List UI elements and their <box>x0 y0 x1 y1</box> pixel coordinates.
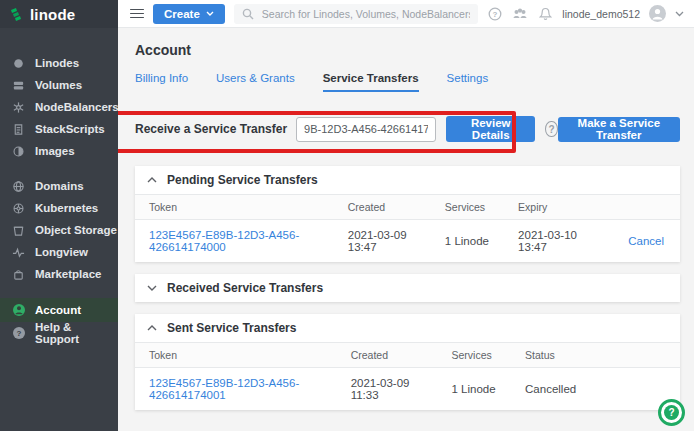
make-service-transfer-button[interactable]: Make a Service Transfer <box>558 117 680 142</box>
review-details-button[interactable]: Review Details <box>446 116 535 142</box>
chevron-up-icon <box>147 325 157 331</box>
column-header-created: Created <box>337 343 438 368</box>
sidebar-nav: Linodes Volumes NodeBalancers <box>0 52 118 344</box>
status-cell: Cancelled <box>511 368 680 411</box>
sidebar-item-label: Object Storage <box>35 224 117 236</box>
create-button-label: Create <box>164 8 200 20</box>
sent-transfers-table: Token Created Services Status 123E4567-E… <box>135 342 680 410</box>
sidebar-item-linodes[interactable]: Linodes <box>0 52 118 74</box>
sidebar-item-label: Account <box>35 304 81 316</box>
tab-settings[interactable]: Settings <box>447 72 489 92</box>
community-icon[interactable] <box>512 6 528 22</box>
linode-logo[interactable]: linode <box>0 0 118 28</box>
sidebar-item-marketplace[interactable]: Marketplace <box>0 263 118 285</box>
chat-bubble-icon: ? <box>664 405 679 420</box>
tab-service-transfers[interactable]: Service Transfers <box>323 72 419 92</box>
sidebar-item-stackscripts[interactable]: StackScripts <box>0 118 118 140</box>
pending-transfers-card: Pending Service Transfers Token Created … <box>135 166 680 262</box>
support-chat-button[interactable]: ? <box>658 399 685 426</box>
disc-icon <box>11 144 26 159</box>
svg-text:?: ? <box>493 10 498 19</box>
expiry-cell: 2021-03-10 13:47 <box>504 220 614 263</box>
pulse-icon <box>11 245 26 260</box>
tabs: Billing Info Users & Grants Service Tran… <box>135 72 680 92</box>
column-header-services: Services <box>437 343 511 368</box>
avatar[interactable] <box>649 5 666 22</box>
column-header-action <box>614 195 680 220</box>
sidebar-item-longview[interactable]: Longview <box>0 241 118 263</box>
table-row: 123E4567-E89B-12D3-A456-426614174001 202… <box>135 368 680 411</box>
cube-icon <box>11 56 26 71</box>
linode-cloud-manager: linode Linodes Volumes NodeBal <box>0 0 694 431</box>
chevron-down-icon[interactable] <box>675 11 684 17</box>
username[interactable]: linode_demo512 <box>562 8 640 20</box>
tab-billing-info[interactable]: Billing Info <box>135 72 188 92</box>
pending-transfers-table: Token Created Services Expiry 123E4567-E… <box>135 194 680 262</box>
token-link[interactable]: 123E4567-E89B-12D3-A456-426614174000 <box>149 229 299 253</box>
search-box[interactable] <box>234 4 479 24</box>
sidebar-item-object-storage[interactable]: Object Storage <box>0 219 118 241</box>
sidebar-divider <box>0 285 118 298</box>
transfer-token-input[interactable] <box>296 117 436 142</box>
sidebar-item-nodebalancers[interactable]: NodeBalancers <box>0 96 118 118</box>
sidebar-divider <box>0 162 118 175</box>
notifications-bell-icon[interactable] <box>537 6 553 22</box>
hamburger-menu-icon[interactable] <box>130 9 144 19</box>
sidebar-item-label: Domains <box>35 180 84 192</box>
bucket-icon <box>11 223 26 238</box>
sidebar-item-label: Help & Support <box>35 321 118 345</box>
sidebar-item-label: StackScripts <box>35 123 105 135</box>
linode-logo-text: linode <box>30 6 75 23</box>
help-icon[interactable]: ? <box>487 6 503 22</box>
chevron-down-icon <box>206 11 214 16</box>
column-header-expiry: Expiry <box>504 195 614 220</box>
search-input[interactable] <box>262 8 471 20</box>
sidebar-item-account[interactable]: Account <box>0 298 118 322</box>
sidebar-item-label: Longview <box>35 246 88 258</box>
page-title: Account <box>135 42 680 58</box>
received-transfers-header[interactable]: Received Service Transfers <box>135 274 680 302</box>
section-title: Sent Service Transfers <box>167 321 296 335</box>
globe-icon <box>11 179 26 194</box>
svg-text:?: ? <box>16 329 21 338</box>
sidebar-item-label: Linodes <box>35 57 79 69</box>
topbar: Create ? linode_demo512 <box>118 0 694 28</box>
tab-users-grants[interactable]: Users & Grants <box>216 72 295 92</box>
balancer-icon <box>11 100 26 115</box>
main-area: Create ? linode_demo512 <box>118 0 694 431</box>
received-transfers-card: Received Service Transfers <box>135 274 680 302</box>
create-button[interactable]: Create <box>153 4 225 24</box>
sidebar: linode Linodes Volumes NodeBal <box>0 0 118 431</box>
search-icon <box>242 8 254 20</box>
column-header-status: Status <box>511 343 680 368</box>
layers-icon <box>11 78 26 93</box>
bag-icon <box>11 267 26 282</box>
help-tooltip-icon[interactable]: ? <box>545 121 557 137</box>
services-cell: 1 Linode <box>431 220 504 263</box>
sent-transfers-header[interactable]: Sent Service Transfers <box>135 314 680 342</box>
created-cell: 2021-03-09 13:47 <box>334 220 431 263</box>
sidebar-item-kubernetes[interactable]: Kubernetes <box>0 197 118 219</box>
created-cell: 2021-03-09 11:33 <box>337 368 438 411</box>
cancel-link[interactable]: Cancel <box>628 235 664 247</box>
sidebar-item-label: Kubernetes <box>35 202 98 214</box>
column-header-created: Created <box>334 195 431 220</box>
chevron-up-icon <box>147 177 157 183</box>
table-row: 123E4567-E89B-12D3-A456-426614174000 202… <box>135 220 680 263</box>
linode-logo-icon <box>9 6 25 22</box>
sidebar-item-label: Marketplace <box>35 268 101 280</box>
receive-transfer-row: Receive a Service Transfer Review Detail… <box>135 116 680 142</box>
sidebar-item-domains[interactable]: Domains <box>0 175 118 197</box>
sidebar-item-label: Images <box>35 145 75 157</box>
column-header-services: Services <box>431 195 504 220</box>
sidebar-item-volumes[interactable]: Volumes <box>0 74 118 96</box>
sent-transfers-card: Sent Service Transfers Token Created Ser… <box>135 314 680 410</box>
section-title: Pending Service Transfers <box>167 173 318 187</box>
column-header-token: Token <box>135 195 334 220</box>
sidebar-item-help-support[interactable]: ? Help & Support <box>0 322 118 344</box>
receive-transfer-label: Receive a Service Transfer <box>135 122 287 136</box>
content: Account Billing Info Users & Grants Serv… <box>118 28 694 431</box>
token-link[interactable]: 123E4567-E89B-12D3-A456-426614174001 <box>149 377 299 401</box>
pending-transfers-header[interactable]: Pending Service Transfers <box>135 166 680 194</box>
sidebar-item-images[interactable]: Images <box>0 140 118 162</box>
